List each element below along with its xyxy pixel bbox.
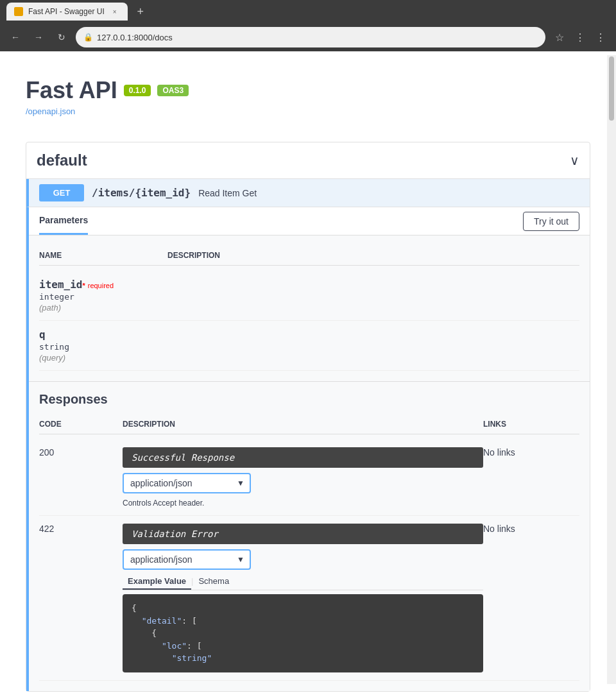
parameters-section: Name Description item_id*required intege… bbox=[29, 235, 590, 381]
params-col-name: Name bbox=[39, 251, 167, 260]
responses-title: Responses bbox=[39, 392, 579, 407]
response-desc-200: Successful Response application/json ▼ C… bbox=[123, 447, 483, 508]
endpoint-row[interactable]: GET /items/{item_id} Read Item Get bbox=[26, 179, 590, 207]
example-value-tabs: Example Value | Schema bbox=[123, 574, 483, 590]
param-desc-cell bbox=[167, 278, 579, 312]
version-badge: 0.1.0 bbox=[124, 85, 151, 96]
browser-toolbar: ← → ↻ 🔒 127.0.0.1:8000/docs ☆ ⋮ ⋮ bbox=[0, 23, 616, 51]
param-desc-cell bbox=[167, 329, 579, 363]
param-required-label: required bbox=[88, 282, 114, 289]
endpoint-path: /items/{item_id} bbox=[92, 187, 191, 199]
endpoint-description: Read Item Get bbox=[198, 188, 257, 198]
col-links: Links bbox=[483, 420, 579, 429]
response-select-wrap-422: application/json ▼ bbox=[123, 549, 251, 570]
tab-parameters[interactable]: Parameters bbox=[39, 207, 88, 235]
browser-tab[interactable]: Fast API - Swagger UI × bbox=[6, 3, 128, 21]
response-desc-422: Validation Error application/json ▼ Exam… bbox=[123, 524, 483, 672]
code-line-2: "detail": [ bbox=[132, 615, 474, 628]
tab-title: Fast API - Swagger UI bbox=[28, 7, 105, 16]
section-name: default bbox=[37, 151, 87, 169]
section-chevron-icon: ∨ bbox=[570, 153, 579, 168]
panel-tabs: Parameters Try it out bbox=[29, 207, 590, 235]
new-tab-button[interactable]: + bbox=[132, 3, 150, 21]
method-badge: GET bbox=[39, 184, 84, 201]
api-title: Fast API bbox=[26, 77, 117, 104]
params-header: Name Description bbox=[39, 246, 579, 266]
example-value-tab[interactable]: Example Value bbox=[123, 574, 191, 590]
toolbar-actions: ☆ ⋮ ⋮ bbox=[551, 28, 610, 46]
response-select-wrap-200: application/json ▼ bbox=[123, 473, 251, 493]
param-location: (query) bbox=[39, 353, 167, 363]
section-title-row[interactable]: default ∨ bbox=[26, 142, 590, 179]
responses-section: Responses Code Description Links 200 Suc… bbox=[29, 381, 590, 691]
lock-icon: 🔒 bbox=[83, 33, 93, 42]
media-type-select-422[interactable]: application/json bbox=[123, 549, 251, 570]
oas-badge: OAS3 bbox=[157, 85, 189, 96]
responses-header: Code Description Links bbox=[39, 415, 579, 434]
param-name: item_id bbox=[39, 278, 82, 291]
code-line-4: "loc": [ bbox=[132, 640, 474, 653]
swagger-container: Fast API 0.1.0 OAS3 /openapi.json defaul… bbox=[13, 51, 603, 693]
swagger-header: Fast API 0.1.0 OAS3 /openapi.json bbox=[26, 64, 590, 123]
address-text: 127.0.0.1:8000/docs bbox=[97, 33, 173, 42]
scrollbar-thumb[interactable] bbox=[609, 56, 614, 121]
param-row: q string (query) bbox=[39, 321, 579, 371]
response-banner-422: Validation Error bbox=[123, 524, 483, 544]
schema-tab[interactable]: Schema bbox=[193, 574, 234, 590]
response-links-422: No links bbox=[483, 524, 579, 534]
param-location: (path) bbox=[39, 303, 167, 312]
param-type: string bbox=[39, 342, 167, 352]
response-banner-200: Successful Response bbox=[123, 447, 483, 468]
param-type: integer bbox=[39, 292, 167, 302]
api-title-row: Fast API 0.1.0 OAS3 bbox=[26, 77, 590, 104]
try-it-out-button[interactable]: Try it out bbox=[523, 212, 579, 231]
menu-icon[interactable]: ⋮ bbox=[592, 28, 610, 46]
response-row-422: 422 Validation Error application/json ▼ bbox=[39, 516, 579, 681]
tab-favicon-icon bbox=[14, 7, 23, 16]
scrollbar[interactable] bbox=[607, 55, 616, 684]
browser-titlebar: Fast API - Swagger UI × + bbox=[0, 0, 616, 23]
param-name: q bbox=[39, 329, 46, 341]
forward-button[interactable]: → bbox=[30, 28, 47, 46]
refresh-button[interactable]: ↻ bbox=[53, 28, 71, 46]
response-links-200: No links bbox=[483, 447, 579, 458]
param-row: item_id*required integer (path) bbox=[39, 271, 579, 321]
col-code: Code bbox=[39, 420, 123, 429]
openapi-link[interactable]: /openapi.json bbox=[26, 107, 590, 116]
code-line-5: "string" bbox=[132, 652, 474, 665]
accept-hint-200: Controls Accept header. bbox=[123, 499, 483, 508]
endpoint-panel: Parameters Try it out Name Description i… bbox=[26, 207, 590, 691]
col-description: Description bbox=[123, 420, 483, 429]
response-code-200: 200 bbox=[39, 447, 123, 458]
tab-close-button[interactable]: × bbox=[110, 6, 120, 17]
code-line-3: { bbox=[132, 627, 474, 640]
bookmark-icon[interactable]: ☆ bbox=[551, 28, 569, 46]
address-bar[interactable]: 🔒 127.0.0.1:8000/docs bbox=[76, 27, 545, 47]
params-col-desc: Description bbox=[167, 251, 579, 260]
extensions-icon[interactable]: ⋮ bbox=[571, 28, 589, 46]
response-code-422: 422 bbox=[39, 524, 123, 534]
code-line-1: { bbox=[132, 602, 474, 615]
param-name-cell: item_id*required integer (path) bbox=[39, 278, 167, 312]
code-block-422: { "detail": [ { "loc": [ "string" bbox=[123, 594, 483, 672]
default-section: default ∨ GET /items/{item_id} Read Item… bbox=[26, 142, 590, 692]
param-required-star: * bbox=[82, 282, 85, 289]
param-name-cell: q string (query) bbox=[39, 329, 167, 363]
back-button[interactable]: ← bbox=[6, 28, 24, 46]
media-type-select-200[interactable]: application/json bbox=[123, 473, 251, 493]
page-content: Fast API 0.1.0 OAS3 /openapi.json defaul… bbox=[0, 51, 616, 693]
response-row-200: 200 Successful Response application/json… bbox=[39, 440, 579, 516]
